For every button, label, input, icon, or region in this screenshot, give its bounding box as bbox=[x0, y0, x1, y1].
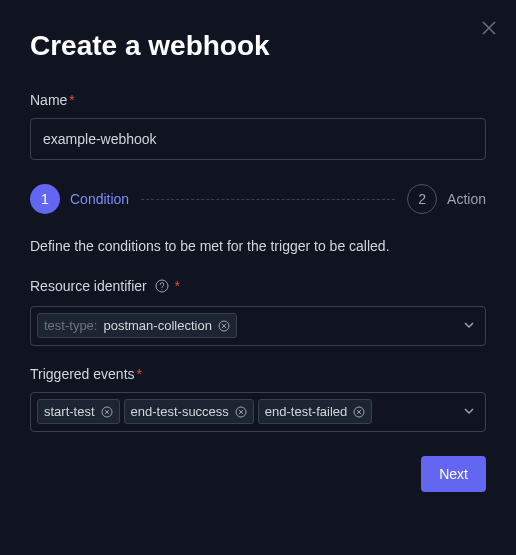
resource-label: Resource identifier * bbox=[30, 278, 486, 296]
tag-remove-icon[interactable] bbox=[101, 406, 113, 418]
name-input[interactable] bbox=[30, 118, 486, 160]
resource-tag: test-type: postman-collection bbox=[37, 313, 237, 338]
chevron-down-icon bbox=[463, 404, 475, 420]
step-divider bbox=[141, 199, 395, 200]
resource-label-text: Resource identifier bbox=[30, 278, 147, 294]
step-2-circle: 2 bbox=[407, 184, 437, 214]
step-1-label: Condition bbox=[70, 191, 129, 207]
next-button[interactable]: Next bbox=[421, 456, 486, 492]
modal-footer: Next bbox=[30, 456, 486, 492]
resource-select[interactable]: test-type: postman-collection bbox=[30, 306, 486, 346]
step-action[interactable]: 2 Action bbox=[407, 184, 486, 214]
events-label-text: Triggered events bbox=[30, 366, 135, 382]
event-tag: start-test bbox=[37, 399, 120, 424]
resource-field-group: Resource identifier * test-type: postman… bbox=[30, 278, 486, 346]
condition-description: Define the conditions to be met for the … bbox=[30, 238, 486, 254]
events-field-group: Triggered events* start-testend-test-suc… bbox=[30, 366, 486, 432]
tag-prefix: test-type: bbox=[44, 318, 97, 333]
svg-point-3 bbox=[161, 289, 162, 290]
step-1-circle: 1 bbox=[30, 184, 60, 214]
close-button[interactable] bbox=[482, 20, 496, 38]
events-label: Triggered events* bbox=[30, 366, 486, 382]
modal-title: Create a webhook bbox=[30, 30, 486, 62]
step-navigator: 1 Condition 2 Action bbox=[30, 184, 486, 214]
required-indicator: * bbox=[175, 278, 180, 294]
tag-remove-icon[interactable] bbox=[353, 406, 365, 418]
events-select[interactable]: start-testend-test-successend-test-faile… bbox=[30, 392, 486, 432]
required-indicator: * bbox=[69, 92, 74, 108]
tag-remove-icon[interactable] bbox=[218, 320, 230, 332]
name-label: Name* bbox=[30, 92, 486, 108]
tag-value: end-test-success bbox=[131, 404, 229, 419]
event-tag: end-test-success bbox=[124, 399, 254, 424]
required-indicator: * bbox=[137, 366, 142, 382]
tag-value: postman-collection bbox=[103, 318, 211, 333]
event-tag: end-test-failed bbox=[258, 399, 372, 424]
chevron-down-icon bbox=[463, 318, 475, 334]
name-field-group: Name* bbox=[30, 92, 486, 160]
name-label-text: Name bbox=[30, 92, 67, 108]
tag-remove-icon[interactable] bbox=[235, 406, 247, 418]
tag-value: end-test-failed bbox=[265, 404, 347, 419]
tag-value: start-test bbox=[44, 404, 95, 419]
help-icon[interactable] bbox=[155, 279, 169, 296]
close-icon bbox=[482, 19, 496, 39]
step-2-label: Action bbox=[447, 191, 486, 207]
step-condition[interactable]: 1 Condition bbox=[30, 184, 129, 214]
create-webhook-modal: Create a webhook Name* 1 Condition 2 Act… bbox=[0, 0, 516, 522]
